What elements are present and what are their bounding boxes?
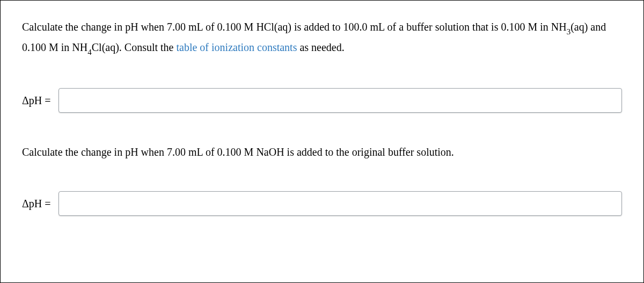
q2-text-span: Calculate the change in pH when 7.00 mL … — [22, 146, 454, 158]
delta-ph-label-2: ΔpH = — [22, 194, 51, 213]
q1-nh3-nh: NH — [551, 21, 567, 33]
answer-row-1: ΔpH = — [22, 88, 622, 113]
q1-nh4-sub: 4 — [87, 48, 92, 56]
q1-part1: Calculate the change in pH when 7.00 mL … — [22, 21, 551, 33]
delta-ph-input-2[interactable] — [58, 191, 622, 216]
q1-part4: as needed. — [297, 41, 344, 53]
delta-ph-label-1: ΔpH = — [22, 91, 51, 110]
ionization-constants-link[interactable]: table of ionization constants — [177, 41, 297, 53]
delta-ph-input-1[interactable] — [58, 88, 622, 113]
q1-part3: Cl(aq). Consult the — [92, 41, 177, 53]
question-1-text: Calculate the change in pH when 7.00 mL … — [22, 18, 622, 58]
q1-nh3-sub: 3 — [567, 27, 571, 36]
question-2-text: Calculate the change in pH when 7.00 mL … — [22, 143, 622, 161]
answer-row-2: ΔpH = — [22, 191, 622, 216]
